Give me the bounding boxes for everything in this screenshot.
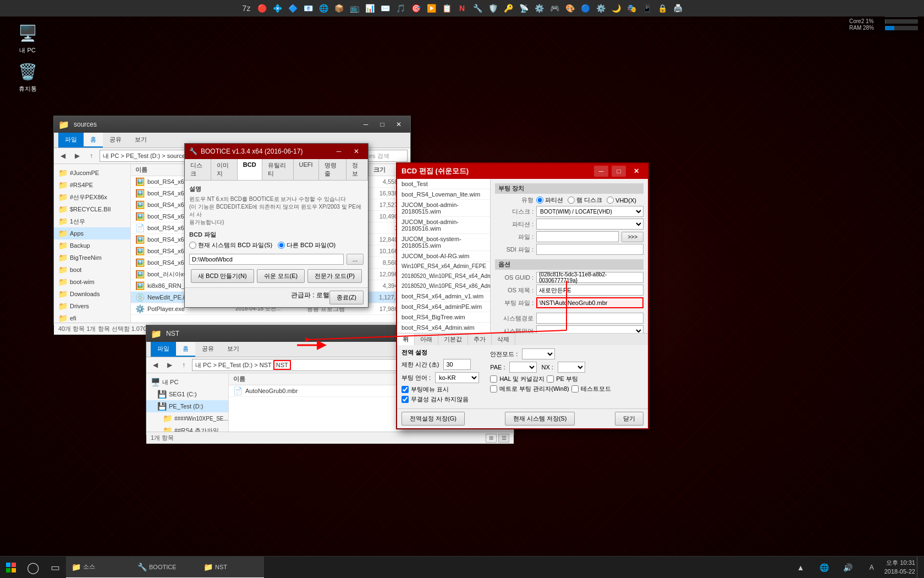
bcd-tab-default[interactable]: 기본값 bbox=[438, 334, 468, 345]
tab-home[interactable]: 홈 bbox=[84, 133, 103, 148]
test-check[interactable] bbox=[571, 385, 579, 392]
bcd-entry[interactable]: Win10PE_RS4_x64_Admin_FEPE bbox=[397, 261, 490, 271]
toolbar-icon-23[interactable]: ⚙️ bbox=[593, 1, 608, 15]
toolbar-icon-25[interactable]: 🎭 bbox=[624, 1, 639, 15]
sidebar-item-backup[interactable]: 📁 Backup bbox=[54, 239, 130, 252]
bcd-tab-up[interactable]: 위 bbox=[397, 334, 415, 345]
bcd-entry[interactable]: boot_Test bbox=[397, 179, 490, 189]
radio-current-bcd[interactable]: 현재 시스템의 BCD 파일(S) bbox=[189, 241, 272, 249]
sidebar-item-downloads[interactable]: 📁 Downloads bbox=[54, 288, 130, 300]
sidebar-item-drivers[interactable]: 📁 Drivers bbox=[54, 300, 130, 312]
nst-tab-share[interactable]: 공유 bbox=[195, 342, 221, 357]
toolbar-icon-2[interactable]: 💠 bbox=[270, 1, 284, 15]
bcd-entry[interactable]: boot_RS4_x64_Admin.wim bbox=[397, 323, 490, 333]
bcd-entry[interactable]: JUCOM_boot-system-20180515.wim bbox=[397, 234, 490, 251]
bootice-tab-disk[interactable]: 디스크 bbox=[185, 159, 211, 180]
tray-icon-1[interactable]: ▲ bbox=[790, 557, 812, 579]
nst-tab-view[interactable]: 보기 bbox=[221, 342, 246, 357]
sidebar-item-bootwim[interactable]: 📁 boot-wim bbox=[54, 276, 130, 288]
nx-select[interactable] bbox=[558, 362, 585, 373]
disk-select[interactable]: BOOT(WIM) / LOCATE(VHD) bbox=[536, 206, 644, 217]
syslang-select[interactable] bbox=[536, 325, 644, 333]
toolbar-icon-16[interactable]: 🛡️ bbox=[486, 1, 500, 15]
syspath-input[interactable] bbox=[536, 313, 644, 324]
toolbar-icon-5[interactable]: 🌐 bbox=[316, 1, 331, 15]
tab-file[interactable]: 파일 bbox=[58, 133, 84, 148]
bootice-close-btn[interactable]: 종료(Z) bbox=[329, 291, 364, 304]
bcd-close-btn[interactable]: 닫기 bbox=[615, 412, 644, 426]
close-button[interactable]: ✕ bbox=[392, 119, 406, 130]
taskbar-app-explorer[interactable]: 📁 소스 bbox=[66, 557, 132, 579]
toolbar-icon-14[interactable]: N bbox=[455, 1, 469, 15]
taskbar-app-bootice[interactable]: 🔧 BOOTICE bbox=[132, 557, 198, 579]
tab-share[interactable]: 공유 bbox=[103, 133, 128, 148]
toolbar-icon-3[interactable]: 🔷 bbox=[285, 1, 300, 15]
show-desktop-btn[interactable] bbox=[917, 557, 921, 579]
bcd-browse-btn[interactable]: ... bbox=[346, 254, 364, 265]
sidebar-item-sunwoo[interactable]: 📁 1선우 bbox=[54, 215, 130, 227]
back-button[interactable]: ◀ bbox=[57, 150, 69, 162]
toolbar-icon-11[interactable]: 🎯 bbox=[409, 1, 423, 15]
bcd-close-x[interactable]: ✕ bbox=[629, 166, 644, 177]
toolbar-icon-21[interactable]: 🎨 bbox=[563, 1, 577, 15]
sidebar-item-recycle[interactable]: 📁 $RECYCLE.BII bbox=[54, 203, 130, 215]
type-ramdisk[interactable]: 램 디스크 bbox=[568, 196, 602, 204]
partition-select[interactable] bbox=[536, 219, 644, 230]
toolbar-icon-6[interactable]: 📦 bbox=[332, 1, 346, 15]
taskbar-clock[interactable]: 오후 10:31 2018-05-22 bbox=[884, 559, 915, 576]
metro-check[interactable] bbox=[490, 385, 497, 392]
toolbar-7z[interactable]: 7z bbox=[239, 1, 254, 15]
boot-file-input[interactable] bbox=[536, 297, 644, 308]
save-all-btn[interactable]: 전역설정 저장(G) bbox=[402, 412, 465, 426]
sidebar-item-boot[interactable]: 📁 boot bbox=[54, 264, 130, 276]
toolbar-icon-28[interactable]: 🖨️ bbox=[670, 1, 685, 15]
new-bcd-btn[interactable]: 새 BCD 만들기(N) bbox=[191, 269, 254, 283]
toolbar-icon-19[interactable]: ⚙️ bbox=[532, 1, 546, 15]
timeout-input[interactable] bbox=[443, 359, 471, 370]
toolbar-icon-17[interactable]: 🔑 bbox=[501, 1, 515, 15]
bootice-tab-utility[interactable]: 유틸리티 bbox=[262, 159, 294, 180]
toolbar-icon-1[interactable]: 🔴 bbox=[255, 1, 269, 15]
nst-sidebar-rs4[interactable]: 📁 ##RS4 추가파일 bbox=[146, 424, 228, 432]
tray-network[interactable]: 🌐 bbox=[813, 557, 835, 579]
toolbar-icon-4[interactable]: 📧 bbox=[301, 1, 315, 15]
minimize-button[interactable]: ─ bbox=[359, 119, 373, 130]
bcd-tab-add[interactable]: 추가 bbox=[468, 334, 492, 345]
toolbar-icon-15[interactable]: 🔧 bbox=[470, 1, 485, 15]
bcd-entry[interactable]: 20180520_Win10PE_RS4_x86_Admin. bbox=[397, 281, 490, 291]
bcd-entry[interactable]: boot_RS4_x64_admin_v1.wim bbox=[397, 291, 490, 302]
easy-mode-btn[interactable]: 쉬운 모드(E) bbox=[257, 269, 305, 283]
toolbar-icon-26[interactable]: 📱 bbox=[640, 1, 654, 15]
taskbar-app-nst[interactable]: 📁 NST bbox=[198, 557, 264, 579]
tray-ime[interactable]: A bbox=[861, 557, 883, 579]
bootice-close[interactable]: ✕ bbox=[349, 146, 364, 157]
tab-view[interactable]: 보기 bbox=[128, 133, 153, 148]
sidebar-item-efi[interactable]: 📁 efi bbox=[54, 312, 130, 323]
nst-up[interactable]: ↑ bbox=[178, 359, 190, 371]
toolbar-icon-9[interactable]: ✉️ bbox=[378, 1, 392, 15]
taskbar-cortana[interactable]: ◯ bbox=[22, 557, 44, 579]
nst-sidebar-seg1[interactable]: 💾 SEG1 (C:) bbox=[146, 388, 228, 400]
pe-boot-check[interactable] bbox=[547, 375, 554, 383]
nst-forward[interactable]: ▶ bbox=[163, 359, 175, 371]
taskbar-task-view[interactable]: ▭ bbox=[44, 557, 66, 579]
bcd-tab-delete[interactable]: 삭제 bbox=[492, 334, 515, 345]
toolbar-icon-12[interactable]: ▶️ bbox=[424, 1, 438, 15]
nst-tab-home[interactable]: 홈 bbox=[176, 342, 195, 357]
bcd-tab-down[interactable]: 아래 bbox=[415, 334, 438, 345]
sidebar-item-rs4pe[interactable]: 📁 #RS4PE bbox=[54, 179, 130, 191]
save-current-btn[interactable]: 현재 시스템 저장(S) bbox=[505, 412, 575, 426]
bootice-tab-uefi[interactable]: UEFI bbox=[294, 159, 319, 180]
bcd-entry[interactable]: 20180520_Win10PE_RS4_x64_Admin. bbox=[397, 271, 490, 281]
os-name-input[interactable] bbox=[536, 285, 644, 296]
nst-address-path[interactable]: 내 PC > PE_Test (D:) > NST NST bbox=[192, 359, 428, 371]
sidebar-item-apps[interactable]: 📁 Apps bbox=[54, 227, 130, 239]
pae-select[interactable] bbox=[509, 362, 537, 373]
type-vhd[interactable]: VHD(X) bbox=[607, 196, 636, 204]
sidebar-item-bigtree[interactable]: 📁 BigTreeNim bbox=[54, 252, 130, 264]
bootice-tab-image[interactable]: 이미지 bbox=[211, 159, 238, 180]
radio-other-bcd[interactable]: 다른 BCD 파일(O) bbox=[278, 241, 336, 249]
bcd-entry[interactable]: JUCOM_boot-admin-20180515.wim bbox=[397, 200, 490, 217]
bcd-entry[interactable]: boot_RS4_Loveman_lite.wim bbox=[397, 189, 490, 200]
forward-button[interactable]: ▶ bbox=[71, 150, 83, 162]
